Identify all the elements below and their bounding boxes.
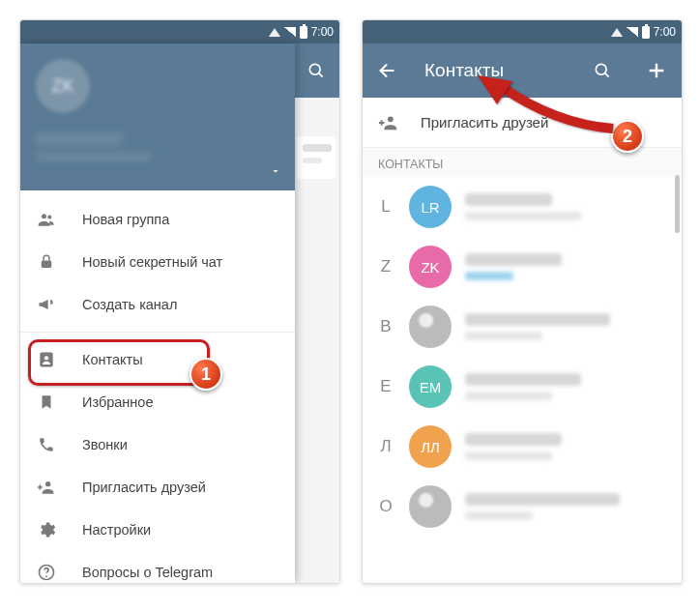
profile-name (36, 132, 123, 146)
menu-calls[interactable]: Звонки (20, 423, 295, 466)
status-time: 7:00 (654, 25, 676, 39)
back-button[interactable] (370, 60, 405, 81)
profile-avatar: ZK (36, 59, 90, 113)
menu-label: Контакты (82, 352, 143, 367)
invite-label: Пригласить друзей (421, 114, 548, 131)
status-bar: 7:00 (20, 20, 339, 44)
lock-icon (36, 253, 57, 271)
contact-name (465, 433, 562, 446)
contact-letter: О (363, 497, 409, 516)
menu-new-group[interactable]: Новая группа (20, 198, 295, 241)
contact-status (465, 511, 533, 520)
contact-avatar: ЕМ (409, 365, 452, 408)
profile-phone (36, 152, 152, 161)
search-button[interactable] (585, 61, 620, 80)
contact-text (465, 433, 674, 460)
add-person-icon (378, 112, 399, 133)
wifi-icon (269, 28, 280, 37)
contact-text (465, 493, 674, 520)
contact-status (465, 392, 552, 400)
navigation-drawer: ZK Новая группа Новый секретный чат Созд… (20, 44, 295, 583)
appbar-title: Контакты (424, 60, 566, 81)
appbar-behind (293, 44, 339, 98)
signal-icon (627, 27, 638, 37)
contact-name (465, 193, 552, 206)
contacts-section-label: КОНТАКТЫ (363, 148, 682, 177)
status-time: 7:00 (311, 25, 334, 39)
search-icon[interactable] (306, 61, 326, 80)
contact-text (465, 313, 674, 340)
menu-contacts[interactable]: Контакты (20, 338, 295, 381)
svg-rect-4 (42, 261, 52, 269)
group-icon (36, 210, 57, 229)
contact-row[interactable]: ZZK (363, 237, 682, 297)
contact-letter: В (363, 317, 409, 336)
contact-name (465, 313, 610, 326)
menu-label: Новая группа (82, 212, 169, 227)
contact-row[interactable]: ЛЛЛ (363, 417, 682, 477)
wifi-icon (611, 28, 623, 37)
contact-status (465, 332, 542, 340)
menu-label: Вопросы о Telegram (82, 565, 213, 580)
menu-separator (20, 332, 295, 333)
menu-label: Создать канал (82, 297, 177, 312)
svg-line-11 (605, 73, 609, 77)
contact-row[interactable]: О (363, 477, 682, 537)
contact-letter: Л (363, 437, 409, 456)
contact-name (465, 493, 620, 506)
contacts-list: LLRZZKВЕЕМЛЛЛО (363, 177, 682, 537)
phone-right-contacts: 7:00 Контакты Пригласить друзей КОНТАКТЫ… (362, 19, 683, 584)
status-bar: 7:00 (363, 20, 682, 44)
bookmark-icon (36, 393, 57, 411)
contact-row[interactable]: ЕЕМ (363, 357, 682, 417)
contact-row[interactable]: LLR (363, 177, 682, 237)
chevron-down-icon[interactable] (270, 165, 281, 177)
svg-point-0 (309, 64, 320, 74)
contact-avatar: LR (409, 186, 452, 228)
menu-label: Настройки (82, 522, 151, 538)
gear-icon (36, 520, 57, 539)
contact-text (465, 373, 674, 400)
contacts-content: Пригласить друзей КОНТАКТЫ LLRZZKВЕЕМЛЛЛ… (363, 98, 682, 583)
battery-icon (300, 26, 307, 39)
contact-name (465, 253, 562, 266)
contact-letter: Z (363, 257, 409, 276)
app-bar: Контакты (363, 44, 682, 98)
signal-icon (284, 27, 296, 37)
megaphone-icon (36, 295, 57, 314)
contact-avatar: ЛЛ (409, 425, 452, 468)
contact-status (465, 272, 513, 280)
contact-status (465, 451, 552, 460)
svg-point-10 (596, 64, 606, 74)
contact-text (465, 253, 674, 280)
menu-invite[interactable]: Пригласить друзей (20, 466, 295, 509)
menu-new-channel[interactable]: Создать канал (20, 283, 295, 326)
contact-letter: Е (363, 377, 409, 396)
chatlist-scrim (293, 98, 339, 583)
contacts-icon (36, 350, 57, 369)
menu-label: Новый секретный чат (82, 254, 222, 270)
phone-icon (36, 436, 57, 453)
add-contact-button[interactable] (639, 60, 674, 81)
scroll-handle[interactable] (675, 175, 680, 233)
svg-point-12 (388, 116, 394, 122)
svg-point-6 (44, 356, 48, 360)
contact-avatar (409, 306, 452, 348)
menu-saved[interactable]: Избранное (20, 381, 295, 423)
contact-avatar: ZK (409, 246, 452, 288)
annotation-badge-2: 2 (611, 120, 644, 153)
battery-icon (642, 26, 650, 39)
menu-new-secret-chat[interactable]: Новый секретный чат (20, 241, 295, 283)
contact-avatar (409, 485, 452, 528)
svg-point-2 (42, 214, 46, 218)
contact-row[interactable]: В (363, 297, 682, 357)
menu-faq[interactable]: Вопросы о Telegram (20, 551, 295, 584)
contact-status (465, 212, 581, 220)
contact-letter: L (363, 197, 409, 217)
menu-settings[interactable]: Настройки (20, 509, 295, 551)
svg-point-3 (47, 216, 51, 219)
drawer-header[interactable]: ZK (20, 44, 295, 190)
svg-point-7 (45, 481, 50, 486)
help-icon (36, 563, 57, 582)
contact-name (465, 373, 581, 386)
